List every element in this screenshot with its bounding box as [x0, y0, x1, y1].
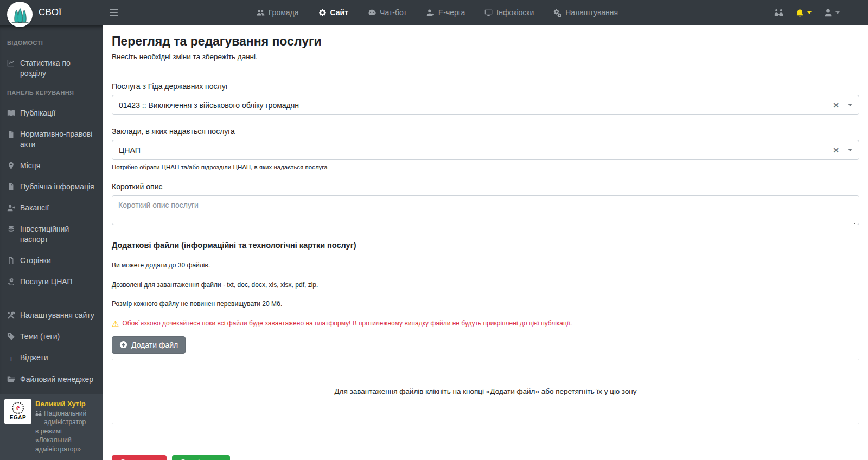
sidebar-item-vacancies[interactable]: Вакансії — [7, 203, 96, 213]
description-textarea[interactable] — [112, 195, 859, 225]
warning-triangle-icon: ⚠ — [112, 320, 119, 328]
file-text-icon — [7, 130, 15, 138]
svoi-logo-icon — [7, 2, 33, 27]
sidebar-item-label: Послуги ЦНАП — [20, 277, 73, 287]
trees-logo-icon — [8, 2, 33, 27]
sidebar-section-panel: ПАНЕЛЬ КЕРУВАННЯ — [7, 90, 96, 96]
service-select-label: Послуга з Гіда державних послуг — [112, 82, 859, 91]
sidebar-item-label: Вакансії — [20, 203, 49, 213]
tag-icon — [7, 333, 15, 341]
main-content: Перегляд та редагування послуги Внесіть … — [103, 25, 868, 460]
clear-icon[interactable]: ✕ — [831, 146, 841, 155]
files-size-line: Розмір кожного файлу не повинен перевищу… — [112, 300, 859, 308]
chevron-down-icon[interactable] — [848, 104, 852, 106]
sidebar-item-places[interactable]: Місця — [7, 161, 96, 171]
tab-label: Інфокіоски — [496, 8, 534, 17]
chevron-down-icon — [835, 11, 840, 14]
facility-select-helper: Потрібно обрати ЦНАП та/або підрозділи Ц… — [112, 164, 859, 170]
sidebar-section-vidomosti: ВІДОМОСТІ — [7, 40, 96, 46]
sidebar-item-statistics[interactable]: Статистика по розділу — [7, 58, 96, 79]
sidebar-item-public-info[interactable]: Публічна інформація — [7, 182, 96, 192]
sidebar-item-label: Налаштування сайту — [20, 310, 94, 321]
egap-emblem-icon: e — [12, 402, 24, 414]
service-select[interactable]: 01423 :: Виключення з військового обліку… — [112, 95, 859, 115]
sidebar-toggle-button[interactable] — [110, 4, 126, 21]
tab-e-cherga[interactable]: Е-черга — [426, 8, 465, 17]
map-pin-icon — [7, 162, 15, 170]
files-types-line: Дозволені для завантаження файли - txt, … — [112, 281, 859, 289]
sidebar: ВІДОМОСТІ Статистика по розділу ПАНЕЛЬ К… — [0, 25, 103, 460]
sidebar-item-site-settings[interactable]: Налаштування сайту — [7, 310, 96, 321]
gear-icon — [318, 9, 327, 17]
reject-button[interactable]: Відмова — [112, 455, 167, 460]
sidebar-item-cnap-services[interactable]: Послуги ЦНАП — [7, 277, 96, 287]
file-dropzone[interactable]: Для завантаження файлів клікніть на кноп… — [112, 359, 859, 424]
clear-icon[interactable]: ✕ — [831, 101, 841, 110]
service-select-value: 01423 :: Виключення з військового обліку… — [119, 101, 831, 110]
tab-sait[interactable]: Сайт — [318, 8, 349, 17]
notifications-menu[interactable] — [795, 8, 812, 17]
bell-icon — [795, 8, 805, 17]
description-label: Короткий опис — [112, 182, 859, 191]
tab-chat-bot[interactable]: Чат-бот — [368, 8, 407, 17]
topbar: СВОЇ Громада Сайт Чат-бот Е-черга Інфокі… — [0, 0, 868, 25]
page-icon — [7, 257, 15, 265]
files-heading: Додаткові файли (інформаційні та техноло… — [112, 241, 859, 250]
top-navigation: Громада Сайт Чат-бот Е-черга Інфокіоски … — [257, 8, 618, 17]
sidebar-item-label: Нормативно-правові акти — [20, 129, 96, 150]
files-limit-line: Ви можете додати до 30 файлів. — [112, 261, 859, 269]
tab-label: Громада — [269, 8, 299, 17]
sidebar-item-label: Публікації — [20, 108, 55, 118]
tab-gromada[interactable]: Громада — [257, 8, 299, 17]
sidebar-divider — [8, 298, 95, 298]
facility-select-label: Заклади, в яких надається послуга — [112, 127, 859, 136]
info-icon: i — [7, 353, 15, 363]
chevron-down-icon[interactable] — [848, 149, 852, 151]
form-actions: Відмова Зберегти — [112, 455, 859, 460]
coins-icon — [7, 225, 15, 233]
files-warning: ⚠ Обов`язково дочекайтеся поки всі файли… — [112, 320, 859, 328]
tab-label: Е-черга — [438, 8, 465, 17]
chevron-down-icon — [807, 11, 812, 14]
gears-icon — [553, 9, 561, 17]
handshake-menu[interactable] — [774, 8, 783, 17]
user-queue-icon — [426, 9, 435, 17]
tab-label: Сайт — [330, 8, 349, 17]
sidebar-item-label: Віджети — [20, 353, 48, 363]
sidebar-item-investment-passport[interactable]: Інвестиційний паспорт — [7, 224, 96, 245]
tools-icon — [7, 311, 15, 320]
user-menu[interactable] — [824, 8, 840, 17]
user-mode: в режимі «Локальний адміністратор» — [35, 427, 99, 454]
plus-circle-icon — [119, 341, 127, 349]
tab-infokiosks[interactable]: Інфокіоски — [484, 8, 534, 17]
sidebar-item-label: Інвестиційний паспорт — [20, 224, 96, 245]
brand[interactable]: СВОЇ — [0, 0, 103, 25]
sidebar-user-panel[interactable]: e EGAP Великий Хутір Національний адміні… — [0, 394, 103, 460]
users-icon — [257, 9, 265, 17]
sidebar-item-tags[interactable]: Теми (теги) — [7, 331, 96, 342]
facility-select[interactable]: ЦНАП ✕ — [112, 140, 859, 160]
sidebar-item-label: Теми (теги) — [20, 331, 60, 342]
add-file-label: Додати файл — [131, 341, 178, 349]
service-gear-icon — [7, 278, 15, 286]
egap-logo: e EGAP — [4, 399, 31, 424]
save-button[interactable]: Зберегти — [172, 455, 230, 460]
tab-label: Чат-бот — [380, 8, 407, 17]
sidebar-item-label: Сторінки — [20, 255, 51, 266]
folder-open-icon — [7, 375, 15, 384]
handshake-icon — [774, 8, 783, 17]
user-icon — [824, 8, 833, 17]
tab-nalashtuvannya[interactable]: Налаштування — [553, 8, 618, 17]
sidebar-item-legal-acts[interactable]: Нормативно-правові акти — [7, 129, 96, 150]
sidebar-item-pages[interactable]: Сторінки — [7, 255, 96, 266]
user-role: Національний адміністратор — [44, 409, 99, 427]
sidebar-item-label: Статистика по розділу — [20, 58, 96, 79]
sidebar-item-widgets[interactable]: i Віджети — [7, 353, 96, 363]
user-plus-icon — [7, 204, 15, 212]
dropzone-text: Для завантаження файлів клікніть на кноп… — [334, 387, 636, 395]
sidebar-item-label: Місця — [20, 161, 40, 171]
sidebar-item-file-manager[interactable]: Файловий менеджер — [7, 374, 96, 385]
add-file-button[interactable]: Додати файл — [112, 336, 186, 354]
chart-line-icon — [7, 59, 15, 67]
sidebar-item-publications[interactable]: Публікації — [7, 108, 96, 118]
